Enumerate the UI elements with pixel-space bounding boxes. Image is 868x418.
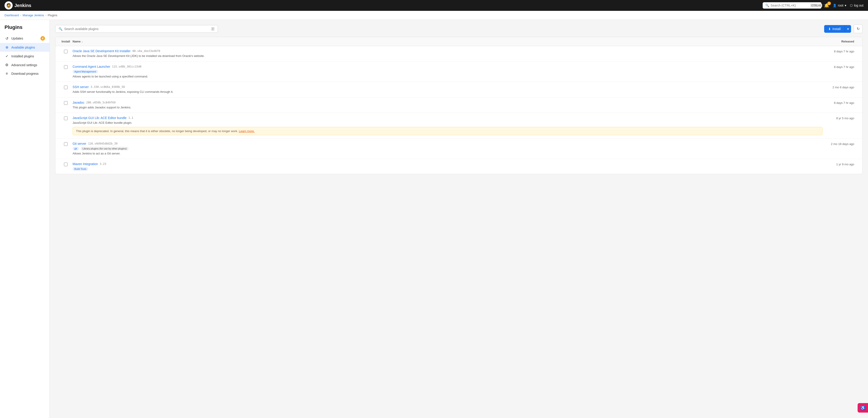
user-menu[interactable]: 👤 root ▾: [833, 4, 846, 7]
plugin-search-input[interactable]: [64, 27, 209, 31]
table-row: Git server 126.v0d945d8d2b_39 git Librar…: [55, 139, 862, 159]
sidebar-title: Plugins: [0, 24, 50, 34]
brand-name: Jenkins: [14, 3, 31, 8]
plugin-checkbox-maven[interactable]: [59, 162, 72, 166]
tag-build-tools[interactable]: Build Tools: [72, 167, 88, 171]
plugin-link-ace-editor[interactable]: JavaScript GUI Lib: ACE Editor bundle: [72, 116, 127, 120]
plugin-checkbox-ssh-server[interactable]: [59, 85, 72, 89]
tag-library-plugins[interactable]: Library plugins (for use by other plugin…: [81, 147, 129, 150]
install-dropdown-button[interactable]: ▾: [845, 25, 851, 33]
table-header: Install Name ↓ Released: [55, 37, 862, 46]
refresh-button[interactable]: ↻: [854, 24, 863, 33]
plugin-link-oracle-jdk[interactable]: Oracle Java SE Development Kit Installer: [72, 49, 131, 53]
breadcrumb-plugins: Plugins: [48, 13, 57, 17]
plugin-search-box[interactable]: 🔍 /: [55, 25, 218, 33]
plugin-link-ssh-server[interactable]: SSH server: [72, 85, 89, 89]
plugin-info-ace-editor: JavaScript GUI Lib: ACE Editor bundle 1.…: [72, 116, 823, 135]
plugin-info-command-agent: Command Agent Launcher 115.vd8b_301cc15d…: [72, 65, 823, 79]
checkbox-git-server[interactable]: [64, 142, 68, 146]
plugin-link-git-server[interactable]: Git server: [72, 142, 86, 145]
checkbox-ssh-server[interactable]: [64, 85, 68, 89]
sidebar-item-updates[interactable]: ↺ Updates 6: [0, 34, 50, 43]
toolbar: 🔍 / ⬇ Install ▾ ↻: [55, 24, 863, 33]
install-button-group: ⬇ Install ▾: [824, 25, 851, 33]
plugin-version-ace-editor: 1.1: [128, 116, 133, 119]
breadcrumb-dashboard[interactable]: Dashboard: [4, 13, 19, 17]
updates-badge: 6: [40, 36, 45, 41]
notifications-button[interactable]: 🔔 1: [824, 3, 829, 8]
breadcrumb-sep-2: ›: [45, 13, 46, 17]
slash-shortcut: /: [211, 27, 215, 31]
th-name[interactable]: Name ↓: [72, 40, 823, 43]
notification-badge: 1: [827, 2, 831, 5]
plugin-version-command-agent: 115.vd8b_301cc15d0: [112, 65, 142, 68]
plugin-info-ssh-server: SSH server 3.330.vc866a_8389b_58 Adds SS…: [72, 85, 823, 94]
search-shortcut-badge: CTRL+K: [810, 4, 822, 7]
checkbox-oracle-jdk[interactable]: [64, 50, 68, 53]
checkbox-command-agent[interactable]: [64, 65, 68, 69]
brand-logo[interactable]: 🧔 Jenkins: [4, 1, 31, 9]
plugin-checkbox-javadoc[interactable]: [59, 101, 72, 105]
jenkins-avatar: 🧔: [4, 1, 13, 9]
plugins-table: Install Name ↓ Released Oracle Java SE D…: [55, 37, 863, 174]
plugin-released-ace-editor: 8 yr 5 mo ago: [823, 116, 859, 120]
plugin-link-javadoc[interactable]: Javadoc: [72, 101, 84, 104]
plugin-checkbox-ace-editor[interactable]: [59, 116, 72, 120]
plugin-released-git-server: 2 mo 18 days ago: [823, 142, 859, 146]
tag-git[interactable]: git: [72, 147, 79, 150]
table-row: Javadoc 280.v050b_5c849f69 This plugin a…: [55, 98, 862, 113]
deprecated-warning-ace-editor: This plugin is deprecated. In general, t…: [72, 127, 823, 135]
plugin-version-git-server: 126.v0d945d8d2b_39: [88, 142, 118, 145]
table-row: Maven Integration 3.23 Build Tools 1 yr …: [55, 159, 862, 174]
table-row: Oracle Java SE Development Kit Installer…: [55, 46, 862, 62]
sort-arrow-icon: ↓: [81, 40, 83, 43]
plugin-link-maven[interactable]: Maven Integration: [72, 162, 98, 166]
top-navigation: 🧔 Jenkins 🔍 CTRL+K ? 🔔 1 👤 root ▾ ⬡ log …: [0, 0, 868, 11]
sidebar-item-available-plugins[interactable]: ⊕ Available plugins: [0, 43, 50, 52]
global-search-box[interactable]: 🔍 CTRL+K ?: [763, 2, 822, 8]
plugin-checkbox-command-agent[interactable]: [59, 65, 72, 69]
checkbox-javadoc[interactable]: [64, 101, 68, 105]
plugin-link-command-agent[interactable]: Command Agent Launcher: [72, 65, 110, 68]
breadcrumb-manage-jenkins[interactable]: Manage Jenkins: [23, 13, 44, 17]
plugin-desc-oracle-jdk: Allows the Oracle Java SE Development Ki…: [72, 54, 823, 58]
logout-button[interactable]: ⬡ log out: [850, 4, 864, 7]
plugin-name-line: Command Agent Launcher 115.vd8b_301cc15d…: [72, 65, 823, 68]
plugin-search-icon: 🔍: [59, 27, 62, 31]
table-row: JavaScript GUI Lib: ACE Editor bundle 1.…: [55, 113, 862, 139]
plugin-info-javadoc: Javadoc 280.v050b_5c849f69 This plugin a…: [72, 101, 823, 110]
plugin-checkbox-git-server[interactable]: [59, 142, 72, 146]
topnav-actions: 🔔 1 👤 root ▾ ⬡ log out: [824, 3, 864, 8]
install-label: Install: [832, 27, 841, 31]
logout-label: log out: [854, 4, 864, 7]
checkbox-ace-editor[interactable]: [64, 116, 68, 120]
sidebar-nav: ↺ Updates 6 ⊕ Available plugins ✓ Instal…: [0, 34, 50, 78]
sidebar-item-installed-plugins[interactable]: ✓ Installed plugins: [0, 52, 50, 61]
plugin-tags-command-agent: Agent Management: [72, 70, 823, 73]
install-button[interactable]: ⬇ Install: [824, 25, 845, 33]
global-search-input[interactable]: [771, 4, 809, 7]
main-content: 🔍 / ⬇ Install ▾ ↻ Install Name ↓: [50, 20, 868, 418]
plugin-tags-maven: Build Tools: [72, 167, 823, 171]
sidebar-item-advanced-settings[interactable]: ⚙ Advanced settings: [0, 61, 50, 69]
th-install: Install: [59, 40, 72, 43]
plugin-released-maven: 1 yr 9 mo ago: [823, 162, 859, 166]
plugin-checkbox-oracle-jdk[interactable]: [59, 49, 72, 53]
checkbox-maven[interactable]: [64, 163, 68, 166]
plugin-name-line: JavaScript GUI Lib: ACE Editor bundle 1.…: [72, 116, 823, 120]
deprecated-learn-more-link[interactable]: Learn more.: [239, 129, 254, 133]
tag-agent-management[interactable]: Agent Management: [72, 70, 98, 73]
breadcrumb-sep-1: ›: [20, 13, 21, 17]
accessibility-button[interactable]: ♿: [858, 403, 868, 413]
sidebar-item-download-progress[interactable]: ≡ Download progress: [0, 69, 50, 78]
plugin-released-command-agent: 8 days 7 hr ago: [823, 65, 859, 69]
plugin-version-javadoc: 280.v050b_5c849f69: [86, 101, 116, 104]
plugin-released-ssh-server: 2 mo 6 days ago: [823, 85, 859, 89]
plugin-tags-git-server: git Library plugins (for use by other pl…: [72, 147, 823, 150]
sidebar-label-installed: Installed plugins: [11, 55, 34, 58]
plugin-desc-javadoc: This plugin adds Javadoc support to Jenk…: [72, 105, 823, 110]
updates-icon: ↺: [4, 36, 9, 41]
plugin-info-maven: Maven Integration 3.23 Build Tools: [72, 162, 823, 171]
user-icon: 👤: [833, 4, 837, 7]
plugin-version-ssh-server: 3.330.vc866a_8389b_58: [91, 85, 125, 89]
